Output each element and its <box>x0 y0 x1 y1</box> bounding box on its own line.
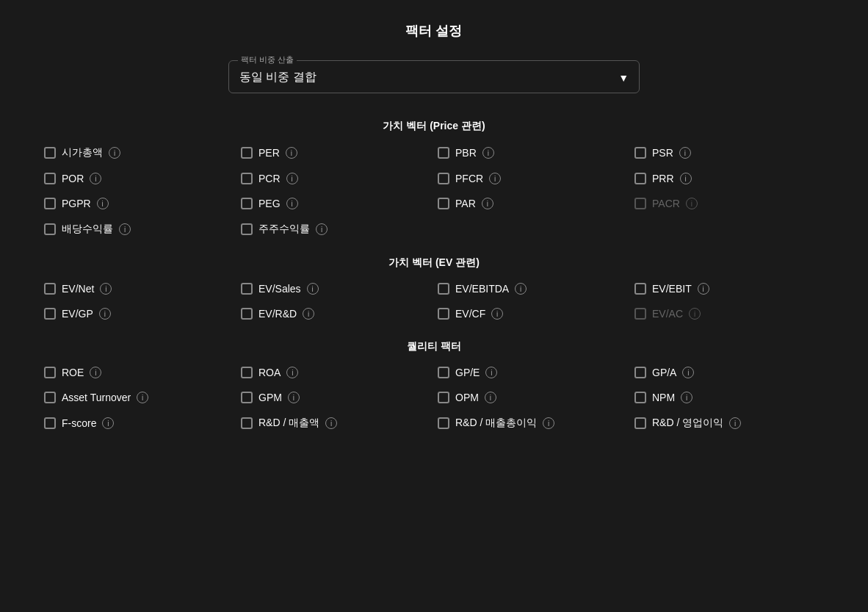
OPM-checkbox[interactable] <box>438 392 449 403</box>
EV-RD-checkbox[interactable] <box>241 308 253 320</box>
info-icon[interactable]: i <box>109 147 120 159</box>
info-icon[interactable]: i <box>482 198 493 209</box>
EV-GP-checkbox[interactable] <box>44 308 56 320</box>
info-icon[interactable]: i <box>316 223 328 235</box>
NPM-checkbox[interactable] <box>634 392 646 403</box>
NPM-label: NPM <box>652 392 675 403</box>
PBR-checkbox[interactable] <box>438 147 449 159</box>
ev-value-title: 가치 벡터 (EV 관련) <box>29 256 839 270</box>
GPE-checkbox[interactable] <box>438 367 449 378</box>
배당수익률-checkbox[interactable] <box>44 223 56 235</box>
info-icon[interactable]: i <box>90 173 101 184</box>
info-icon[interactable]: i <box>485 367 497 378</box>
info-icon[interactable]: i <box>543 417 554 429</box>
RD-영업이익-label: R&D / 영업이익 <box>652 417 723 430</box>
ROE-label: ROE <box>62 367 84 378</box>
list-item: Asset Turnover i <box>44 392 234 403</box>
GPA-checkbox[interactable] <box>634 367 646 378</box>
ROA-label: ROA <box>258 367 281 378</box>
page-container: 팩터 설정 팩터 비중 산출 동일 비중 결합 ▼ 가치 벡터 (Price 관… <box>0 0 868 472</box>
info-icon[interactable]: i <box>489 173 501 184</box>
info-icon[interactable]: i <box>286 367 298 378</box>
EV-Net-label: EV/Net <box>62 283 94 295</box>
EV-EBITDA-checkbox[interactable] <box>438 283 449 295</box>
info-icon[interactable]: i <box>97 198 109 209</box>
PEG-label: PEG <box>258 198 281 209</box>
dropdown-section: 팩터 비중 산출 동일 비중 결합 ▼ <box>29 60 839 93</box>
시가총액-label: 시가총액 <box>62 146 103 159</box>
list-item: EV/EBIT i <box>634 283 824 295</box>
info-icon[interactable]: i <box>286 198 298 209</box>
EV-Net-checkbox[interactable] <box>44 283 56 295</box>
info-icon[interactable]: i <box>485 392 496 403</box>
info-icon[interactable]: i <box>698 283 709 295</box>
info-icon[interactable]: i <box>286 173 298 184</box>
info-icon[interactable]: i <box>729 417 741 429</box>
PAR-checkbox[interactable] <box>438 198 449 209</box>
page-title: 팩터 설정 <box>29 22 839 40</box>
PER-checkbox[interactable] <box>241 147 253 159</box>
list-item: EV/AC i <box>634 308 824 320</box>
F-score-label: F-score <box>62 417 96 429</box>
PFCR-checkbox[interactable] <box>438 173 449 184</box>
list-item: POR i <box>44 173 234 184</box>
PEG-checkbox[interactable] <box>241 198 253 209</box>
list-item: F-score i <box>44 417 234 430</box>
info-icon[interactable]: i <box>482 147 494 159</box>
ROE-checkbox[interactable] <box>44 367 56 378</box>
info-icon[interactable]: i <box>682 367 694 378</box>
info-icon[interactable]: i <box>307 283 319 295</box>
info-icon[interactable]: i <box>680 173 692 184</box>
F-score-checkbox[interactable] <box>44 417 56 429</box>
PRR-checkbox[interactable] <box>634 173 646 184</box>
info-icon[interactable]: i <box>515 283 527 295</box>
POR-checkbox[interactable] <box>44 173 56 184</box>
asset-turnover-checkbox[interactable] <box>44 392 56 403</box>
PGPR-label: PGPR <box>62 198 91 209</box>
주주수익률-checkbox[interactable] <box>241 223 253 235</box>
info-icon[interactable]: i <box>286 147 297 159</box>
info-icon[interactable]: i <box>491 308 503 320</box>
info-icon[interactable]: i <box>137 392 148 403</box>
PSR-label: PSR <box>652 147 673 159</box>
list-item: PGPR i <box>44 198 234 209</box>
info-icon[interactable]: i <box>102 417 114 429</box>
EV-Sales-checkbox[interactable] <box>241 283 253 295</box>
info-icon[interactable]: i <box>325 417 337 429</box>
PAR-label: PAR <box>455 198 476 209</box>
RD-매출액-label: R&D / 매출액 <box>258 417 319 430</box>
chevron-down-icon: ▼ <box>618 72 629 84</box>
EV-CF-checkbox[interactable] <box>438 308 449 320</box>
RD-매출총이익-checkbox[interactable] <box>438 417 449 429</box>
list-item: PACR i <box>634 198 824 209</box>
ev-value-section: 가치 벡터 (EV 관련) EV/Net i EV/Sales i EV/EBI… <box>29 256 839 320</box>
GPM-checkbox[interactable] <box>241 392 253 403</box>
PSR-checkbox[interactable] <box>634 147 646 159</box>
dropdown-row: 동일 비중 결합 ▼ <box>239 65 629 85</box>
asset-turnover-label: Asset Turnover <box>62 392 131 403</box>
PGPR-checkbox[interactable] <box>44 198 56 209</box>
EV-Sales-label: EV/Sales <box>258 283 301 295</box>
info-icon[interactable]: i <box>119 223 131 235</box>
EV-EBITDA-label: EV/EBITDA <box>455 283 509 295</box>
info-icon[interactable]: i <box>681 392 692 403</box>
EV-EBIT-checkbox[interactable] <box>634 283 646 295</box>
list-item: EV/Sales i <box>241 283 430 295</box>
dropdown-wrapper[interactable]: 팩터 비중 산출 동일 비중 결합 ▼ <box>228 60 640 93</box>
list-item: OPM i <box>438 392 627 403</box>
RD-영업이익-checkbox[interactable] <box>634 417 646 429</box>
ROA-checkbox[interactable] <box>241 367 253 378</box>
EV-EBIT-label: EV/EBIT <box>652 283 692 295</box>
info-icon[interactable]: i <box>303 308 314 320</box>
quality-section: 퀄리티 팩터 ROE i ROA i GP/E i GP/A i <box>29 340 839 430</box>
info-icon[interactable]: i <box>679 147 691 159</box>
GPA-label: GP/A <box>652 367 676 378</box>
PCR-checkbox[interactable] <box>241 173 253 184</box>
info-icon[interactable]: i <box>100 283 112 295</box>
info-icon[interactable]: i <box>90 367 101 378</box>
info-icon[interactable]: i <box>99 308 111 320</box>
info-icon[interactable]: i <box>288 392 300 403</box>
RD-매출액-checkbox[interactable] <box>241 417 253 429</box>
list-item: GP/A i <box>634 367 824 378</box>
시가총액-checkbox[interactable] <box>44 147 56 159</box>
